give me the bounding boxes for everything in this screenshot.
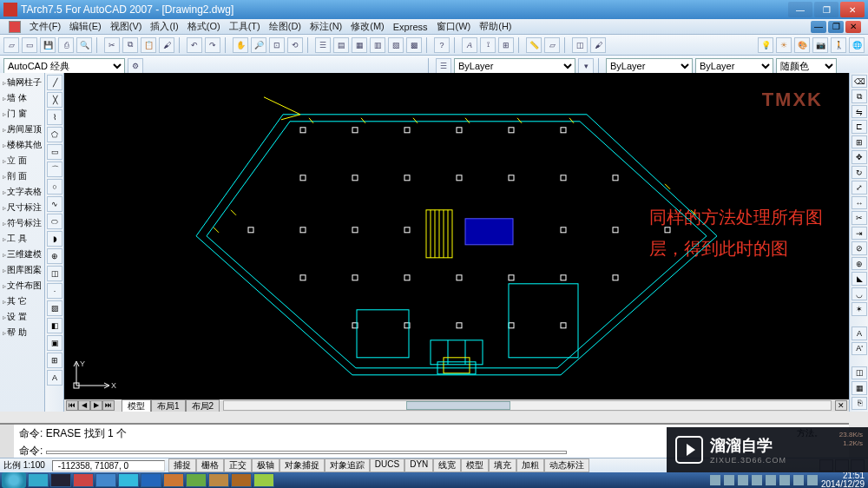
arc-icon[interactable]: ⌒ <box>47 162 62 177</box>
horizontal-scrollbar[interactable] <box>223 400 832 411</box>
camera-icon[interactable]: 📷 <box>812 37 828 53</box>
save-icon[interactable]: 💾 <box>40 37 56 53</box>
linetype-dropdown[interactable]: ByLayer <box>695 58 773 74</box>
mode-otrack[interactable]: 对象追踪 <box>325 458 370 472</box>
cmd-grip-icon[interactable] <box>0 425 14 458</box>
mirror-icon[interactable]: ⇋ <box>852 105 867 118</box>
ws-settings-icon[interactable]: ⚙ <box>128 58 143 74</box>
mode-ducs[interactable]: DUCS <box>370 458 404 472</box>
task-cloud[interactable] <box>118 473 139 487</box>
menu-tools[interactable]: 工具(T) <box>229 20 260 33</box>
mode-dyn[interactable]: DYN <box>404 458 433 472</box>
panel-lib[interactable]: 图库图案 <box>2 262 43 278</box>
pan-icon[interactable]: ✋ <box>233 37 248 53</box>
tray-icon[interactable] <box>766 475 776 485</box>
tray-icon[interactable] <box>724 475 734 485</box>
xline-icon[interactable]: ╳ <box>47 92 62 108</box>
tool-palette-icon[interactable]: ▦ <box>352 37 367 53</box>
panel-section[interactable]: 剖 面 <box>2 168 43 184</box>
mode-snap[interactable]: 捕捉 <box>168 458 196 472</box>
rotate-icon[interactable]: ↻ <box>852 166 867 179</box>
tray-icon[interactable] <box>738 475 748 485</box>
panel-layout[interactable]: 文件布图 <box>2 278 43 293</box>
cmd-input[interactable] <box>46 451 567 454</box>
mtext-icon[interactable]: A <box>47 370 62 386</box>
offset-icon[interactable]: ⊏ <box>852 120 867 133</box>
insert-icon[interactable]: ⊕ <box>47 248 62 264</box>
workspace-select[interactable]: AutoCAD 经典 <box>3 58 125 74</box>
task-app10[interactable] <box>231 473 252 487</box>
erase-icon[interactable]: ⌫ <box>852 75 867 88</box>
zoom-prev-icon[interactable]: ⟲ <box>287 37 303 53</box>
panel-3d[interactable]: 三维建模 <box>2 247 43 262</box>
open-icon[interactable]: ▭ <box>22 37 37 53</box>
panel-text[interactable]: 文字表格 <box>2 184 43 200</box>
panel-help[interactable]: 帮 助 <box>2 325 43 340</box>
spline-icon[interactable]: ∿ <box>47 196 62 212</box>
panel-other[interactable]: 其 它 <box>2 293 43 309</box>
zoom-window-icon[interactable]: ⊡ <box>269 37 285 53</box>
panel-stair[interactable]: 楼梯其他 <box>2 137 43 153</box>
break-icon[interactable]: ⊘ <box>852 241 867 254</box>
region-icon[interactable]: ▣ <box>47 335 62 351</box>
paint-icon[interactable]: 🖌 <box>590 37 606 53</box>
table-icon[interactable]: ⊞ <box>47 353 62 368</box>
ellipse-icon[interactable]: ⬭ <box>47 214 62 229</box>
hatch-icon[interactable]: ▨ <box>47 300 62 316</box>
join-icon[interactable]: ⊕ <box>852 257 867 270</box>
layer-props-icon[interactable]: ☰ <box>436 58 451 74</box>
copy-icon[interactable]: ⧉ <box>122 37 138 53</box>
redo-icon[interactable]: ↷ <box>205 37 220 53</box>
area-icon[interactable]: ▱ <box>544 37 560 53</box>
dim-style-icon[interactable]: ⟟ <box>480 37 496 53</box>
menu-edit[interactable]: 编辑(E) <box>69 20 102 33</box>
panel-symbol[interactable]: 符号标注 <box>2 215 43 231</box>
menu-view[interactable]: 视图(V) <box>110 20 142 33</box>
next-sheet-icon[interactable]: ▶ <box>90 400 102 411</box>
undo-icon[interactable]: ↶ <box>187 37 202 53</box>
xref-icon[interactable]: ⎘ <box>852 397 867 410</box>
mode-polar[interactable]: 极轴 <box>252 458 279 472</box>
mode-bold[interactable]: 加粗 <box>516 458 544 472</box>
match-icon[interactable]: 🖌 <box>159 37 174 53</box>
task-qq[interactable] <box>50 473 71 487</box>
status-scale[interactable]: 比例 1:100 <box>0 459 49 472</box>
panel-door[interactable]: 门 窗 <box>2 106 43 122</box>
calc-icon[interactable]: ▩ <box>406 37 422 53</box>
array-icon[interactable]: ⊞ <box>852 135 867 148</box>
preview-icon[interactable]: 🔍 <box>76 37 92 53</box>
sheet-layout1[interactable]: 布局1 <box>151 399 186 412</box>
menu-express[interactable]: Express <box>393 22 428 32</box>
task-ie[interactable] <box>95 473 116 487</box>
menu-draw[interactable]: 绘图(D) <box>269 20 301 33</box>
extend-icon[interactable]: ⇥ <box>852 227 867 240</box>
sheet-layout2[interactable]: 布局2 <box>186 399 220 412</box>
close-button[interactable]: ✕ <box>840 2 865 17</box>
first-sheet-icon[interactable]: ⏮ <box>66 400 78 411</box>
lineweight-dropdown[interactable]: 随颜色 <box>776 58 837 74</box>
task-app11[interactable] <box>253 473 274 487</box>
menu-modify[interactable]: 修改(M) <box>351 20 385 33</box>
globe-icon[interactable]: 🌐 <box>849 37 865 53</box>
markup-icon[interactable]: ▧ <box>388 37 404 53</box>
panel-tool[interactable]: 工 具 <box>2 231 43 247</box>
start-button[interactable] <box>2 472 26 488</box>
menu-help[interactable]: 帮助(H) <box>479 20 511 33</box>
mdi-restore[interactable]: ❐ <box>828 21 844 33</box>
task-app3[interactable] <box>73 473 94 487</box>
prev-sheet-icon[interactable]: ◀ <box>78 400 90 411</box>
task-app6[interactable] <box>141 473 161 487</box>
mode-dyndim[interactable]: 动态标注 <box>544 458 589 472</box>
tray-icon[interactable] <box>752 475 762 485</box>
mode-lwt[interactable]: 线宽 <box>433 458 461 472</box>
menu-format[interactable]: 格式(O) <box>187 20 220 33</box>
panel-roof[interactable]: 房间屋顶 <box>2 122 43 137</box>
menu-insert[interactable]: 插入(I) <box>150 20 178 33</box>
maximize-button[interactable]: ❐ <box>814 2 838 17</box>
tray-clock[interactable]: 21:51 2014/12/29 <box>821 472 865 488</box>
color-dropdown[interactable]: ByLayer <box>606 58 693 74</box>
panel-dim[interactable]: 尺寸标注 <box>2 200 43 215</box>
help-icon[interactable]: ? <box>434 37 450 53</box>
design-center-icon[interactable]: ▤ <box>333 37 349 53</box>
task-app1[interactable] <box>28 473 49 487</box>
